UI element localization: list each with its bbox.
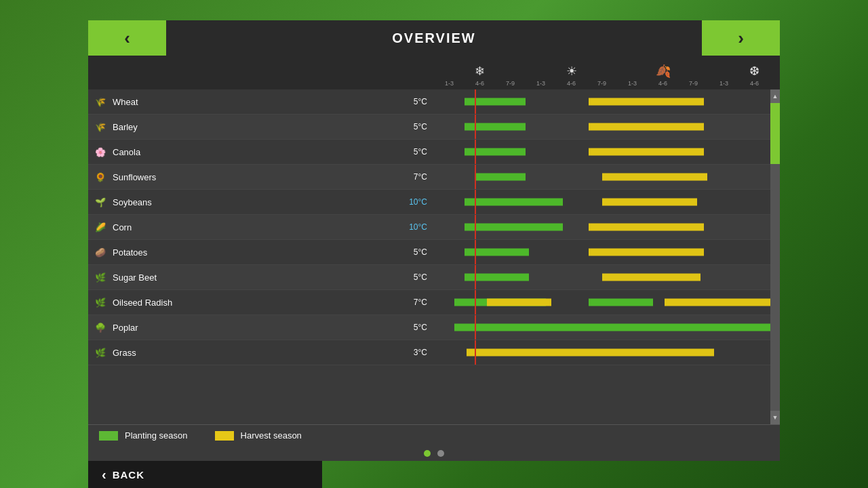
month-label-2-1-3: 1-3: [619, 80, 646, 87]
bar-segment-7-1: [602, 274, 701, 281]
crop-icon-2: 🌸: [95, 147, 110, 157]
bar-row-1: [434, 115, 770, 140]
red-line-5: [475, 215, 476, 239]
scrollbar[interactable]: ▲ ▼: [770, 89, 780, 424]
crop-temp-3: 7°C: [414, 172, 427, 182]
red-line-3: [475, 165, 476, 189]
bar-row-10: [434, 340, 770, 365]
red-line-8: [475, 290, 476, 314]
bars-rows: [434, 89, 770, 424]
bar-row-4: [434, 190, 770, 215]
scroll-down[interactable]: ▼: [770, 411, 780, 424]
next-icon: ›: [738, 28, 744, 49]
harvest-legend-box: [215, 431, 234, 441]
back-button[interactable]: ‹ BACK: [102, 467, 144, 483]
crop-temp-5: 10°C: [409, 222, 427, 232]
crop-row: 🌿Sugar Beet5°C: [88, 265, 434, 290]
crop-name-8: Oilseed Radish: [113, 298, 414, 308]
crop-name-4: Soybeans: [113, 197, 409, 207]
bar-segment-2-0: [465, 148, 526, 156]
crop-list: 🌾Wheat5°C🌾Barley5°C🌸Canola5°C🌻Sunflowers…: [88, 56, 434, 424]
bar-row-0: [434, 89, 770, 115]
crop-temp-9: 5°C: [414, 323, 427, 332]
bar-segment-0-0: [465, 98, 526, 106]
dot-2[interactable]: [437, 450, 444, 457]
month-label-2-4-6: 4-6: [650, 80, 677, 87]
bar-segment-2-1: [589, 148, 704, 156]
bars-area: ▲ ▼: [434, 89, 780, 424]
bar-row-3: [434, 165, 770, 190]
crop-name-5: Corn: [113, 222, 409, 232]
crop-icon-7: 🌿: [95, 272, 110, 283]
month-label-1-7-9: 7-9: [589, 80, 616, 87]
crop-temp-8: 7°C: [414, 298, 427, 307]
bar-segment-9-0: [454, 324, 770, 331]
back-label: BACK: [113, 469, 144, 481]
scroll-up[interactable]: ▲: [770, 89, 780, 103]
crop-icon-5: 🌽: [95, 222, 110, 232]
harvest-legend-label: Harvest season: [241, 430, 302, 441]
crop-name-9: Poplar: [113, 323, 414, 333]
red-line-4: [475, 190, 476, 214]
planting-legend-box: [99, 431, 118, 441]
crop-name-7: Sugar Beet: [113, 272, 414, 283]
planting-legend-label: Planting season: [125, 430, 188, 441]
month-label-3-4-6: 4-6: [741, 80, 768, 87]
bar-row-9: [434, 315, 770, 340]
red-line-10: [475, 340, 476, 365]
crop-name-1: Barley: [113, 122, 414, 132]
season-header-winter: ❆1-34-67-9: [709, 64, 780, 87]
crop-temp-10: 3°C: [414, 348, 427, 357]
crop-temp-7: 5°C: [414, 272, 427, 282]
bar-segment-8-3: [665, 299, 770, 306]
chart-area: ❄1-34-67-9☀1-34-67-9🍂1-34-67-9❆1-34-67-9…: [434, 56, 780, 424]
red-line-0: [475, 89, 476, 114]
crop-row: 🌾Wheat5°C: [88, 89, 434, 115]
prev-button[interactable]: ‹: [88, 20, 166, 56]
crop-icon-1: 🌾: [95, 122, 110, 132]
next-button[interactable]: ›: [702, 20, 780, 56]
crop-temp-1: 5°C: [414, 122, 427, 131]
prev-icon: ‹: [124, 28, 130, 49]
season-headers: ❄1-34-67-9☀1-34-67-9🍂1-34-67-9❆1-34-67-9: [434, 56, 780, 89]
dot-1[interactable]: [424, 450, 431, 457]
bar-segment-5-0: [465, 224, 563, 231]
crop-temp-0: 5°C: [414, 97, 427, 106]
month-label-1-1-3: 1-3: [528, 80, 555, 87]
season-icon-0: ❄: [475, 64, 485, 79]
bar-segment-0-1: [589, 98, 704, 106]
back-chevron-icon: ‹: [102, 467, 107, 483]
season-header-autumn: 🍂1-34-67-9: [617, 64, 709, 87]
bar-row-7: [434, 265, 770, 290]
bar-segment-1-0: [465, 123, 526, 131]
crop-icon-3: 🌻: [95, 172, 110, 182]
crop-row: 🌸Canola5°C: [88, 140, 434, 165]
month-label-1-4-6: 4-6: [558, 80, 585, 87]
season-icon-1: ☀: [566, 64, 577, 79]
month-label-0-7-9: 7-9: [497, 80, 524, 87]
header-spacer: [88, 56, 434, 89]
month-label-3-1-3: 1-3: [711, 80, 738, 87]
crop-temp-6: 5°C: [414, 247, 427, 257]
red-line-7: [475, 265, 476, 289]
crop-temp-2: 5°C: [414, 147, 427, 157]
crop-row: 🌱Soybeans10°C: [88, 190, 434, 215]
bottom-bar: ‹ BACK: [88, 461, 322, 488]
legend: Planting season Harvest season: [88, 424, 780, 446]
bar-segment-6-1: [589, 249, 704, 256]
month-label-3-7-9: 7-9: [772, 80, 781, 87]
crop-name-2: Canola: [113, 147, 414, 157]
bar-segment-4-1: [602, 199, 697, 206]
bar-segment-4-0: [465, 199, 563, 206]
page-title: OVERVIEW: [392, 30, 475, 46]
month-label-0-1-3: 1-3: [436, 80, 463, 87]
month-label-0-4-6: 4-6: [467, 80, 494, 87]
crop-name-3: Sunflowers: [113, 172, 414, 182]
red-line-2: [475, 140, 476, 164]
bar-row-2: [434, 140, 770, 165]
crop-icon-10: 🌿: [95, 348, 110, 358]
header-bar: ‹ OVERVIEW ›: [88, 20, 780, 56]
bar-segment-1-1: [589, 123, 704, 131]
bar-segment-8-2: [589, 299, 653, 306]
red-line-6: [475, 240, 476, 264]
